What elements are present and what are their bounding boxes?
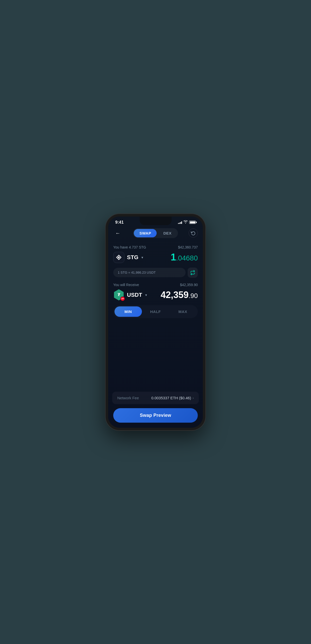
from-amount-whole: 1 (171, 252, 176, 262)
tab-swap[interactable]: SWAP (134, 229, 157, 237)
stg-token-icon (113, 252, 124, 263)
stg-diamond-icon (115, 254, 122, 261)
header: ← SWAP DEX (108, 226, 203, 241)
signal-icon (178, 221, 182, 224)
battery-icon (189, 221, 196, 224)
exchange-rate-pill: 1 STG = 41,986.23 USDT (113, 268, 186, 277)
from-token-selector[interactable]: STG ▾ (113, 252, 143, 263)
to-token-chevron-icon: ▾ (145, 293, 147, 297)
wifi-icon (184, 220, 188, 224)
to-token-symbol: USDT (127, 292, 142, 298)
notch (140, 217, 172, 225)
from-amount-display[interactable]: 1.04680 (171, 252, 198, 263)
swap-preview-button[interactable]: Swap Preview (113, 408, 198, 423)
network-fee-label: Network Fee (117, 396, 139, 400)
from-amount-decimal: .04680 (176, 254, 198, 262)
to-amount-whole: 42,359 (161, 290, 189, 300)
swap-arrows-icon (190, 270, 195, 275)
to-amount-display: 42,359.90 (161, 290, 198, 300)
network-fee-value: 0.0035337 ETH ($0.46) › (151, 396, 194, 400)
main-content: You have 4.737 STG $42,360.737 STG ▾ (108, 241, 203, 318)
history-icon (191, 231, 195, 235)
to-receive-label: You will Receive (113, 283, 139, 287)
min-button[interactable]: MIN (114, 306, 142, 317)
from-token-row: STG ▾ 1.04680 (113, 252, 198, 263)
from-token-chevron-icon: ▾ (141, 255, 143, 259)
network-fee-amount: 0.0035337 ETH ($0.46) (151, 396, 191, 400)
max-button[interactable]: MAX (169, 306, 197, 317)
exchange-rate-container: 1 STG = 41,986.23 USDT (113, 268, 198, 278)
network-fee-section[interactable]: Network Fee 0.0035337 ETH ($0.46) › (112, 392, 199, 404)
op-badge: OP (120, 296, 125, 301)
to-token-selector[interactable]: ₮ OP USDT ▾ (113, 289, 147, 301)
history-button[interactable] (189, 228, 198, 238)
usdt-token-icon: ₮ OP (113, 289, 124, 301)
tab-dex[interactable]: DEX (158, 229, 177, 237)
status-time: 9:41 (115, 220, 124, 225)
from-balance-row: You have 4.737 STG $42,360.737 (113, 245, 198, 249)
tab-group: SWAP DEX (133, 228, 178, 238)
swap-direction-button[interactable] (188, 268, 198, 278)
half-button[interactable]: HALF (142, 306, 169, 317)
to-receive-usd: $42,359.90 (180, 283, 198, 287)
amount-buttons-group: MIN HALF MAX (113, 305, 198, 318)
from-balance-label: You have 4.737 STG (113, 245, 146, 249)
from-balance-usd: $42,360.737 (178, 245, 198, 249)
to-balance-row: You will Receive $42,359.90 (113, 283, 198, 287)
to-token-section: You will Receive $42,359.90 ₮ OP USDT ▾ (113, 283, 198, 301)
phone-frame: 9:41 (106, 214, 205, 430)
back-button[interactable]: ← (113, 228, 122, 238)
back-arrow-icon: ← (115, 230, 120, 236)
to-amount-decimal: .90 (189, 292, 198, 300)
from-token-symbol: STG (127, 254, 138, 261)
exchange-rate-label: 1 STG = 41,986.23 USDT (118, 271, 156, 274)
to-token-row: ₮ OP USDT ▾ 42,359.90 (113, 289, 198, 301)
bottom-section: Network Fee 0.0035337 ETH ($0.46) › Swap… (108, 392, 203, 428)
fee-chevron-icon: › (193, 396, 194, 400)
phone-screen: 9:41 (108, 217, 203, 428)
status-icons (178, 220, 196, 224)
